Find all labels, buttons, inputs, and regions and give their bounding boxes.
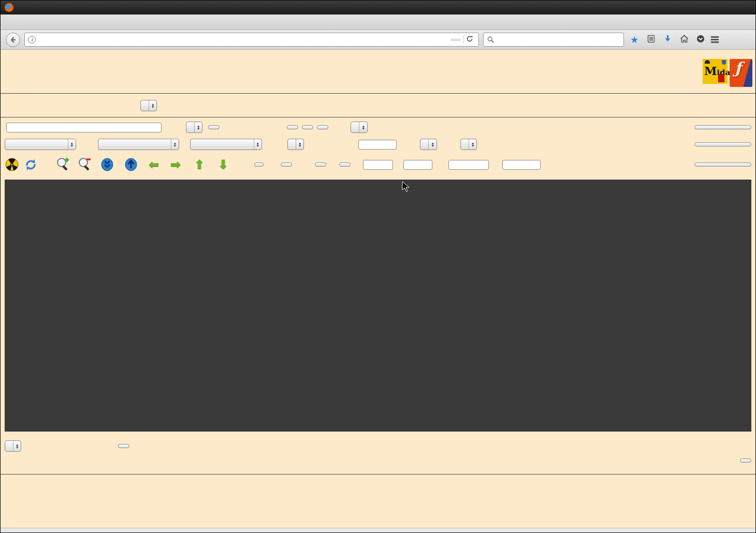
select-a-spectrum-select[interactable]: ▲▼: [186, 122, 202, 133]
show-button[interactable]: [287, 125, 298, 129]
bookmark-star-icon[interactable]: ★: [628, 34, 641, 46]
downloads-icon[interactable]: [661, 35, 674, 45]
search-box[interactable]: [483, 33, 624, 47]
arrow-down-icon[interactable]: ⬇: [216, 157, 230, 172]
search-icon: [487, 36, 494, 43]
firefox-window: i ★: [0, 0, 756, 533]
arrow-up-icon[interactable]: ⬆: [192, 157, 207, 172]
midas-logo[interactable]: Midas: [703, 59, 728, 84]
spectra-functions-select[interactable]: ▲▼: [351, 122, 367, 133]
new-button[interactable]: [281, 162, 292, 167]
url-bar[interactable]: i: [24, 33, 479, 47]
tags-fits-select[interactable]: ▲▼: [287, 139, 304, 150]
select-spinner-icon: ▲▼: [254, 139, 261, 150]
update-button[interactable]: [302, 125, 313, 129]
spectrum-name-input[interactable]: [6, 123, 162, 132]
select-spinner-icon: ▲▼: [469, 139, 476, 150]
navigation-bar: i ★: [1, 30, 755, 50]
multi-button[interactable]: [208, 125, 220, 129]
spectrum-gallery-grid: [5, 180, 751, 432]
zoom-out-icon[interactable]: [77, 157, 92, 172]
select-spinner-icon: ▲▼: [296, 139, 303, 150]
select-spinner-icon: ▲▼: [359, 122, 367, 132]
menu-icon[interactable]: [711, 35, 723, 45]
ymax-input[interactable]: [502, 160, 541, 170]
zoom-in-icon[interactable]: [55, 157, 70, 172]
arrow-left-icon[interactable]: ⬅: [147, 157, 161, 172]
home-icon[interactable]: [678, 35, 690, 45]
x-axis-button[interactable]: [254, 162, 264, 167]
tcl-powered-logo[interactable]: ƒ: [730, 59, 752, 87]
ymin-input[interactable]: [448, 160, 489, 170]
window-resize-strip: [1, 528, 755, 532]
analysis-functions-select[interactable]: ▲▼: [190, 139, 262, 150]
page-zoom-badge[interactable]: [451, 39, 460, 41]
back-arrow-icon: [9, 36, 17, 43]
view-functions-select[interactable]: ▲▼: [5, 139, 76, 150]
tab-bar: [1, 14, 755, 30]
divider: [1, 117, 755, 117]
layout-id-select[interactable]: ▲▼: [460, 139, 477, 150]
xmin-input[interactable]: [363, 160, 393, 170]
select-spinner-icon: ▲▼: [149, 100, 156, 111]
number-of-galleries-select[interactable]: ▲▼: [420, 139, 437, 150]
page-content: Midas ƒ ▲▼ ▲▼: [1, 50, 755, 528]
linear-button[interactable]: [339, 162, 351, 167]
channel-input[interactable]: [358, 140, 397, 150]
back-button[interactable]: [6, 33, 20, 47]
pocket-icon[interactable]: [694, 35, 707, 45]
reload-icon[interactable]: [463, 35, 475, 44]
expand-up-icon[interactable]: [124, 157, 138, 172]
select-spinner-icon: ▲▼: [68, 139, 76, 150]
mouse-cursor: [402, 181, 410, 193]
auto-update-button[interactable]: [118, 444, 129, 448]
site-info-icon[interactable]: i: [28, 36, 36, 43]
how-to-use-button[interactable]: [740, 458, 751, 463]
radiation-icon[interactable]: [5, 157, 19, 172]
what-are-these-button-3[interactable]: [694, 162, 751, 167]
expand-down-icon[interactable]: [100, 157, 114, 172]
firefox-icon: [5, 3, 13, 12]
select-spinner-icon: ▲▼: [171, 139, 179, 150]
select-spinner-icon: ▲▼: [194, 122, 202, 132]
arrow-right-icon[interactable]: ➡: [168, 157, 183, 172]
what-are-these-button-1[interactable]: [694, 125, 751, 129]
bookmarks-list-icon[interactable]: [645, 35, 657, 45]
select-spinner-icon: ▲▼: [13, 441, 21, 451]
what-are-these-button-2[interactable]: [694, 142, 751, 146]
acquisition-server-select[interactable]: ▲▼: [140, 100, 157, 111]
update-rate-select[interactable]: ▲▼: [5, 440, 21, 452]
all-button[interactable]: [315, 162, 326, 167]
arrange-functions-select[interactable]: ▲▼: [98, 139, 179, 150]
refresh-icon[interactable]: [23, 157, 38, 172]
update-all-button[interactable]: [317, 125, 328, 129]
title-bar: [1, 1, 755, 14]
select-spinner-icon: ▲▼: [428, 139, 436, 150]
xmax-input[interactable]: [403, 160, 432, 170]
